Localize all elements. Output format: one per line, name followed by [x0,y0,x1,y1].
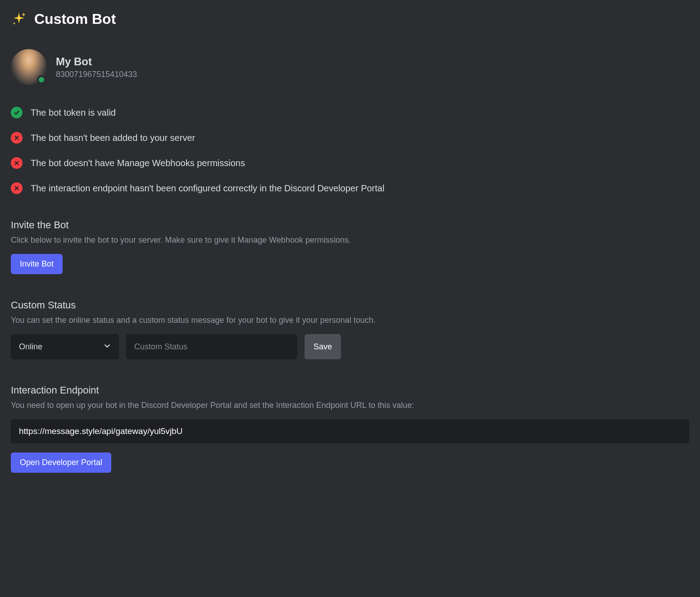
select-value: Online [19,342,104,352]
save-status-button[interactable]: Save [305,334,341,359]
section-title: Interaction Endpoint [11,384,689,396]
invite-bot-button[interactable]: Invite Bot [11,254,63,274]
status-check-item: The interaction endpoint hasn't been con… [11,182,689,194]
status-check-item: The bot hasn't been added to your server [11,132,689,144]
bot-avatar [11,49,47,85]
x-circle-icon [11,182,23,194]
interaction-endpoint-section: Interaction Endpoint You need to open up… [11,384,689,473]
section-description: Click below to invite the bot to your se… [11,235,689,245]
x-circle-icon [11,132,23,144]
section-description: You can set the online status and a cust… [11,316,689,325]
status-check-item: The bot doesn't have Manage Webhooks per… [11,157,689,169]
x-circle-icon [11,157,23,169]
status-text: The bot hasn't been added to your server [31,133,195,143]
bot-name: My Bot [56,55,137,68]
section-description: You need to open up your bot in the Disc… [11,401,689,410]
online-status-select[interactable]: Online [11,334,119,359]
section-title: Invite the Bot [11,219,689,231]
bot-id: 830071967515410433 [56,70,137,79]
bot-identity: My Bot 830071967515410433 [11,49,689,85]
status-form-row: Online Save [11,334,689,359]
page-header: Custom Bot [11,11,689,27]
open-developer-portal-button[interactable]: Open Developer Portal [11,452,111,473]
page-title: Custom Bot [34,11,116,27]
check-circle-icon [11,107,23,118]
status-check-item: The bot token is valid [11,107,689,118]
status-checks-list: The bot token is valid The bot hasn't be… [11,107,689,194]
custom-status-section: Custom Status You can set the online sta… [11,299,689,359]
sparkle-icon [11,11,27,27]
status-text: The bot token is valid [31,108,116,118]
invite-section: Invite the Bot Click below to invite the… [11,219,689,274]
custom-status-input[interactable] [126,334,297,359]
section-title: Custom Status [11,299,689,311]
presence-indicator-online [37,75,46,84]
endpoint-url-display[interactable]: https://message.style/api/gateway/yul5vj… [11,419,689,443]
status-text: The interaction endpoint hasn't been con… [31,183,384,194]
chevron-down-icon [104,342,111,351]
status-text: The bot doesn't have Manage Webhooks per… [31,158,245,168]
